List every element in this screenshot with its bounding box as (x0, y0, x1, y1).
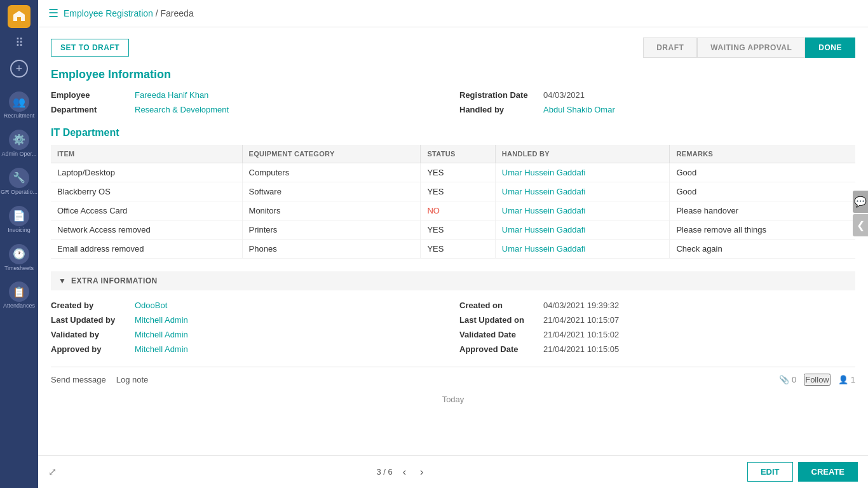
validated-date-row: Validated Date 21/04/2021 10:15:02 (459, 330, 855, 339)
topbar: ☰ Employee Registration / Fareeda (38, 0, 868, 27)
cell-item: Office Access Card (51, 201, 242, 220)
extra-info-grid: Created by OdooBot Created on 04/03/2021… (51, 301, 855, 354)
right-tab-chat[interactable]: 💬 (853, 191, 868, 213)
created-by-row: Created by OdooBot (51, 301, 447, 310)
table-row[interactable]: Email address removed Phones YES Umar Hu… (51, 240, 855, 259)
approved-date-value: 21/04/2021 10:15:05 (543, 344, 619, 354)
validated-date-label: Validated Date (459, 330, 536, 339)
cell-status: YES (421, 163, 495, 182)
sidebar-item-invoicing[interactable]: 📄 Invoicing (0, 202, 38, 238)
created-on-label: Created on (459, 301, 536, 310)
extra-info-title: EXTRA INFORMATION (71, 276, 158, 285)
sidebar-item-recruitment[interactable]: 👥 Recruitment (0, 88, 38, 123)
cell-item: Network Access removed (51, 220, 242, 240)
registration-date-value: 04/03/2021 (543, 90, 585, 100)
last-updated-by-value[interactable]: Mitchell Admin (135, 315, 188, 325)
last-updated-by-row: Last Updated by Mitchell Admin (51, 315, 447, 325)
cell-item: Laptop/Desktop (51, 163, 242, 182)
recruitment-icon: 👥 (9, 92, 29, 112)
content-area: SET TO DRAFT DRAFT WAITING APPROVAL DONE… (38, 27, 868, 455)
apps-icon[interactable]: ⠿ (15, 36, 24, 50)
next-page-button[interactable]: › (416, 465, 427, 479)
validated-date-value: 21/04/2021 10:15:02 (543, 330, 619, 339)
app-logo[interactable] (8, 5, 31, 28)
sidebar-item-label: Timesheets (4, 266, 34, 272)
last-updated-on-label: Last Updated on (459, 315, 536, 325)
expand-icon[interactable]: ⤢ (48, 466, 57, 478)
create-button[interactable]: CREATE (798, 462, 858, 482)
log-note-button[interactable]: Log note (116, 375, 149, 384)
department-value[interactable]: Research & Development (135, 105, 229, 114)
sidebar-item-attendances[interactable]: 📋 Attendances (0, 278, 38, 313)
department-row: Department Research & Development (51, 105, 447, 114)
attachments-button[interactable]: 📎 0 (779, 375, 796, 384)
last-updated-on-row: Last Updated on 21/04/2021 10:15:07 (459, 315, 855, 325)
bottom-right-actions: EDIT CREATE (747, 462, 858, 482)
col-handled-by: HANDLED BY (495, 145, 670, 163)
cell-category: Phones (242, 240, 421, 259)
status-draft: DRAFT (643, 37, 697, 58)
breadcrumb-parent[interactable]: Employee Registration (64, 8, 153, 18)
cell-category: Software (242, 182, 421, 201)
registration-date-label: Registration Date (459, 90, 536, 100)
sidebar-item-timesheets[interactable]: 🕐 Timesheets (0, 240, 38, 276)
created-on-value: 04/03/2021 19:39:32 (543, 301, 619, 310)
followers-count: 1 (851, 375, 855, 384)
table-row[interactable]: Office Access Card Monitors NO Umar Huss… (51, 201, 855, 220)
cell-category: Computers (242, 163, 421, 182)
cell-handled-by: Umar Hussein Gaddafi (495, 182, 670, 201)
messaging-footer: Send message Log note 📎 0 Follow 👤 1 (51, 367, 855, 390)
status-bar: DRAFT WAITING APPROVAL DONE (643, 37, 855, 58)
follow-button[interactable]: Follow (804, 374, 831, 386)
main-area: ☰ Employee Registration / Fareeda SET TO… (38, 0, 868, 488)
cell-status: NO (421, 201, 495, 220)
hamburger-icon[interactable]: ☰ (48, 6, 58, 20)
approved-date-label: Approved Date (459, 344, 536, 354)
cell-remarks: Good (670, 163, 855, 182)
action-bar: SET TO DRAFT DRAFT WAITING APPROVAL DONE (51, 37, 855, 58)
extra-info-toggle[interactable]: ▼ EXTRA INFORMATION (51, 271, 855, 290)
sidebar-item-label: Invoicing (8, 227, 31, 234)
sidebar-item-label: Attendances (3, 303, 35, 309)
approved-by-value[interactable]: Mitchell Admin (135, 344, 188, 354)
followers-button[interactable]: 👤 1 (838, 375, 855, 384)
sidebar-item-label: GR Operatio... (1, 189, 37, 196)
cell-handled-by: Umar Hussein Gaddafi (495, 163, 670, 182)
invoicing-icon: 📄 (9, 206, 29, 226)
table-row[interactable]: Blackberry OS Software YES Umar Hussein … (51, 182, 855, 201)
set-to-draft-button[interactable]: SET TO DRAFT (51, 39, 129, 57)
employee-value[interactable]: Fareeda Hanif Khan (135, 90, 208, 100)
handled-by-value[interactable]: Abdul Shakib Omar (543, 105, 615, 114)
sidebar-item-admin-oper[interactable]: ⚙️ Admin Oper... (0, 126, 38, 161)
svg-rect-1 (17, 17, 21, 21)
timesheets-icon: 🕐 (9, 244, 29, 264)
handled-by-label: Handled by (459, 105, 536, 114)
breadcrumb: Employee Registration / Fareeda (64, 8, 194, 18)
right-tab-collapse[interactable]: ❮ (853, 214, 868, 236)
status-waiting-approval: WAITING APPROVAL (697, 37, 805, 58)
footer-right: 📎 0 Follow 👤 1 (779, 374, 855, 386)
table-row[interactable]: Network Access removed Printers YES Umar… (51, 220, 855, 240)
col-item: ITEM (51, 145, 242, 163)
cell-status: YES (421, 240, 495, 259)
validated-by-label: Validated by (51, 330, 127, 339)
attachments-count: 0 (792, 375, 796, 384)
edit-button[interactable]: EDIT (747, 462, 793, 482)
sidebar-item-gr-operatio[interactable]: 🔧 GR Operatio... (0, 164, 38, 200)
right-panel: 💬 ❮ (853, 191, 868, 238)
collapse-arrow-icon: ▼ (58, 276, 66, 285)
validated-by-value[interactable]: Mitchell Admin (135, 330, 188, 339)
sidebar: ⠿ + 👥 Recruitment ⚙️ Admin Oper... 🔧 GR … (0, 0, 38, 488)
prev-page-button[interactable]: ‹ (399, 465, 410, 479)
cell-item: Blackberry OS (51, 182, 242, 201)
breadcrumb-separator: / (156, 8, 161, 18)
cell-remarks: Please handover (670, 201, 855, 220)
last-updated-on-value: 21/04/2021 10:15:07 (543, 315, 619, 325)
approved-by-row: Approved by Mitchell Admin (51, 344, 447, 354)
send-message-button[interactable]: Send message (51, 375, 106, 384)
employee-info-grid: Employee Fareeda Hanif Khan Registration… (51, 90, 855, 114)
table-row[interactable]: Laptop/Desktop Computers YES Umar Hussei… (51, 163, 855, 182)
add-app-button[interactable]: + (10, 60, 28, 78)
employee-label: Employee (51, 90, 127, 100)
created-by-value[interactable]: OdooBot (135, 301, 167, 310)
